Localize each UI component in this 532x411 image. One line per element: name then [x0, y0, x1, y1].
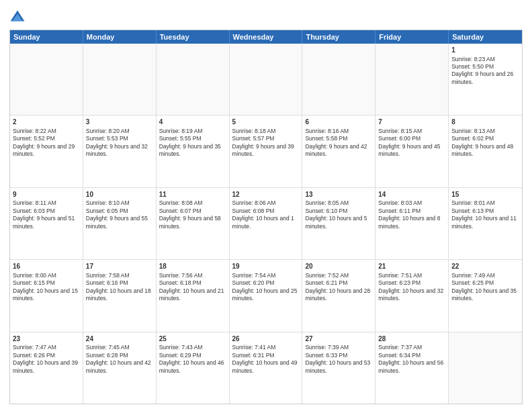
- day-number: 16: [13, 262, 80, 271]
- calendar-cell: 12Sunrise: 8:06 AM Sunset: 6:08 PM Dayli…: [230, 188, 303, 259]
- day-number: 13: [305, 190, 372, 199]
- day-number: 6: [305, 118, 372, 127]
- day-info: Sunrise: 8:03 AM Sunset: 6:11 PM Dayligh…: [378, 199, 440, 229]
- calendar-cell: 9Sunrise: 8:11 AM Sunset: 6:03 PM Daylig…: [10, 188, 83, 259]
- calendar-cell: [375, 44, 449, 115]
- day-number: 10: [86, 190, 153, 199]
- day-info: Sunrise: 7:41 AM Sunset: 6:31 PM Dayligh…: [232, 344, 298, 373]
- calendar-row-1: 1Sunrise: 8:23 AM Sunset: 5:50 PM Daylig…: [10, 44, 522, 115]
- day-number: 12: [232, 190, 300, 199]
- day-number: 11: [159, 190, 226, 199]
- header-day-saturday: Saturday: [449, 30, 522, 44]
- calendar-cell: [10, 44, 83, 115]
- day-number: 15: [451, 190, 519, 199]
- day-info: Sunrise: 8:00 AM Sunset: 6:15 PM Dayligh…: [13, 272, 78, 302]
- day-info: Sunrise: 7:47 AM Sunset: 6:26 PM Dayligh…: [13, 344, 78, 373]
- day-number: 23: [13, 334, 80, 344]
- day-info: Sunrise: 8:15 AM Sunset: 6:00 PM Dayligh…: [378, 128, 440, 157]
- calendar-cell: 13Sunrise: 8:05 AM Sunset: 6:10 PM Dayli…: [302, 188, 375, 259]
- calendar-cell: [302, 44, 375, 115]
- calendar-cell: 5Sunrise: 8:18 AM Sunset: 5:57 PM Daylig…: [230, 116, 303, 187]
- calendar-cell: 17Sunrise: 7:58 AM Sunset: 6:16 PM Dayli…: [83, 260, 157, 331]
- day-number: 20: [305, 262, 372, 271]
- day-info: Sunrise: 8:19 AM Sunset: 5:55 PM Dayligh…: [159, 128, 221, 157]
- calendar-cell: 23Sunrise: 7:47 AM Sunset: 6:26 PM Dayli…: [10, 332, 83, 404]
- day-info: Sunrise: 7:49 AM Sunset: 6:25 PM Dayligh…: [451, 272, 517, 302]
- calendar-cell: 1Sunrise: 8:23 AM Sunset: 5:50 PM Daylig…: [449, 44, 522, 115]
- day-info: Sunrise: 7:37 AM Sunset: 6:34 PM Dayligh…: [378, 344, 443, 373]
- calendar-cell: 2Sunrise: 8:22 AM Sunset: 5:52 PM Daylig…: [10, 116, 83, 187]
- day-info: Sunrise: 8:22 AM Sunset: 5:52 PM Dayligh…: [13, 128, 75, 157]
- day-info: Sunrise: 8:11 AM Sunset: 6:03 PM Dayligh…: [13, 199, 75, 229]
- header-day-tuesday: Tuesday: [157, 30, 230, 44]
- day-number: 27: [305, 334, 372, 344]
- calendar-cell: 24Sunrise: 7:45 AM Sunset: 6:28 PM Dayli…: [83, 332, 157, 404]
- calendar-row-4: 16Sunrise: 8:00 AM Sunset: 6:15 PM Dayli…: [10, 259, 522, 331]
- calendar-cell: 18Sunrise: 7:56 AM Sunset: 6:18 PM Dayli…: [157, 260, 230, 331]
- calendar-cell: 3Sunrise: 8:20 AM Sunset: 5:53 PM Daylig…: [83, 116, 157, 187]
- calendar-cell: [157, 44, 230, 115]
- logo: [9, 9, 27, 26]
- calendar-cell: 4Sunrise: 8:19 AM Sunset: 5:55 PM Daylig…: [157, 116, 230, 187]
- day-number: 14: [378, 190, 445, 199]
- day-info: Sunrise: 8:23 AM Sunset: 5:50 PM Dayligh…: [451, 56, 513, 85]
- calendar-cell: 28Sunrise: 7:37 AM Sunset: 6:34 PM Dayli…: [375, 332, 449, 404]
- calendar-cell: 20Sunrise: 7:52 AM Sunset: 6:21 PM Dayli…: [302, 260, 375, 331]
- day-info: Sunrise: 7:45 AM Sunset: 6:28 PM Dayligh…: [86, 344, 151, 373]
- header-day-friday: Friday: [375, 30, 449, 44]
- day-number: 18: [159, 262, 226, 271]
- day-number: 2: [13, 118, 80, 127]
- day-number: 21: [378, 262, 445, 271]
- day-info: Sunrise: 7:39 AM Sunset: 6:33 PM Dayligh…: [305, 344, 370, 373]
- day-info: Sunrise: 7:51 AM Sunset: 6:23 PM Dayligh…: [378, 272, 443, 302]
- day-info: Sunrise: 8:06 AM Sunset: 6:08 PM Dayligh…: [232, 199, 294, 229]
- day-number: 9: [13, 190, 80, 199]
- calendar-cell: 14Sunrise: 8:03 AM Sunset: 6:11 PM Dayli…: [375, 188, 449, 259]
- day-number: 8: [451, 118, 519, 127]
- page: SundayMondayTuesdayWednesdayThursdayFrid…: [0, 0, 532, 411]
- day-info: Sunrise: 7:43 AM Sunset: 6:29 PM Dayligh…: [159, 344, 224, 373]
- day-number: 4: [159, 118, 226, 127]
- calendar-cell: 10Sunrise: 8:10 AM Sunset: 6:05 PM Dayli…: [83, 188, 157, 259]
- day-number: 17: [86, 262, 153, 271]
- day-number: 26: [232, 334, 300, 344]
- calendar-cell: 26Sunrise: 7:41 AM Sunset: 6:31 PM Dayli…: [230, 332, 303, 404]
- calendar-body: 1Sunrise: 8:23 AM Sunset: 5:50 PM Daylig…: [10, 44, 522, 404]
- calendar-cell: 22Sunrise: 7:49 AM Sunset: 6:25 PM Dayli…: [449, 260, 522, 331]
- header-day-wednesday: Wednesday: [230, 30, 303, 44]
- calendar-cell: 25Sunrise: 7:43 AM Sunset: 6:29 PM Dayli…: [157, 332, 230, 404]
- day-number: 3: [86, 118, 153, 127]
- calendar-cell: 15Sunrise: 8:01 AM Sunset: 6:13 PM Dayli…: [449, 188, 522, 259]
- calendar-cell: [230, 44, 303, 115]
- calendar-cell: 8Sunrise: 8:13 AM Sunset: 6:02 PM Daylig…: [449, 116, 522, 187]
- calendar-cell: 7Sunrise: 8:15 AM Sunset: 6:00 PM Daylig…: [375, 116, 449, 187]
- calendar-header: SundayMondayTuesdayWednesdayThursdayFrid…: [10, 30, 522, 44]
- day-number: 22: [451, 262, 519, 271]
- day-info: Sunrise: 8:18 AM Sunset: 5:57 PM Dayligh…: [232, 128, 294, 157]
- calendar: SundayMondayTuesdayWednesdayThursdayFrid…: [9, 30, 523, 404]
- day-info: Sunrise: 8:05 AM Sunset: 6:10 PM Dayligh…: [305, 199, 367, 229]
- calendar-cell: [83, 44, 157, 115]
- day-info: Sunrise: 7:58 AM Sunset: 6:16 PM Dayligh…: [86, 272, 151, 302]
- calendar-cell: 19Sunrise: 7:54 AM Sunset: 6:20 PM Dayli…: [230, 260, 303, 331]
- calendar-cell: 16Sunrise: 8:00 AM Sunset: 6:15 PM Dayli…: [10, 260, 83, 331]
- day-info: Sunrise: 8:01 AM Sunset: 6:13 PM Dayligh…: [451, 199, 517, 229]
- calendar-row-2: 2Sunrise: 8:22 AM Sunset: 5:52 PM Daylig…: [10, 115, 522, 187]
- day-number: 5: [232, 118, 300, 127]
- calendar-cell: 6Sunrise: 8:16 AM Sunset: 5:58 PM Daylig…: [302, 116, 375, 187]
- day-number: 19: [232, 262, 300, 271]
- header-day-monday: Monday: [83, 30, 157, 44]
- day-info: Sunrise: 7:52 AM Sunset: 6:21 PM Dayligh…: [305, 272, 370, 302]
- calendar-row-5: 23Sunrise: 7:47 AM Sunset: 6:26 PM Dayli…: [10, 332, 522, 404]
- header-day-thursday: Thursday: [302, 30, 375, 44]
- calendar-cell: [449, 332, 522, 404]
- day-info: Sunrise: 8:10 AM Sunset: 6:05 PM Dayligh…: [86, 199, 148, 229]
- header-day-sunday: Sunday: [10, 30, 83, 44]
- header: [9, 7, 523, 26]
- logo-icon: [9, 9, 26, 26]
- calendar-cell: 21Sunrise: 7:51 AM Sunset: 6:23 PM Dayli…: [375, 260, 449, 331]
- day-info: Sunrise: 7:56 AM Sunset: 6:18 PM Dayligh…: [159, 272, 224, 302]
- day-number: 28: [378, 334, 445, 344]
- day-number: 1: [451, 46, 519, 55]
- day-info: Sunrise: 7:54 AM Sunset: 6:20 PM Dayligh…: [232, 272, 298, 302]
